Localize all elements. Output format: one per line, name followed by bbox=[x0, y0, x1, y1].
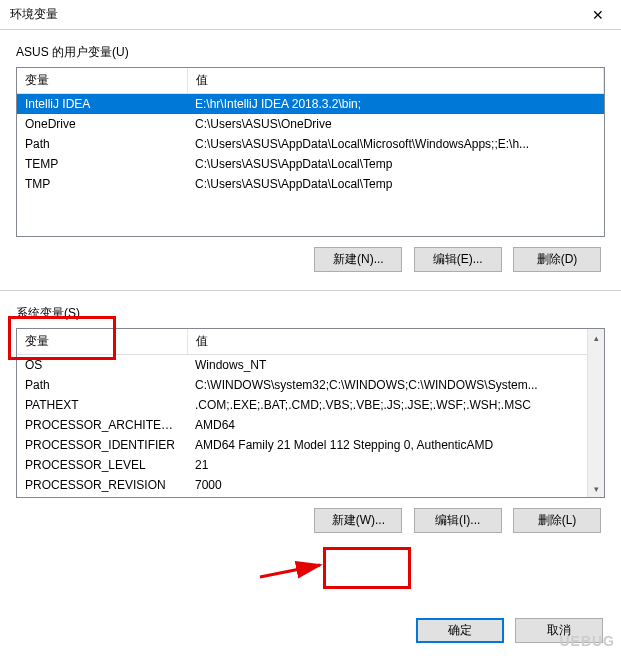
user-edit-button[interactable]: 编辑(E)... bbox=[414, 247, 502, 272]
user-new-button[interactable]: 新建(N)... bbox=[314, 247, 402, 272]
scroll-down-icon[interactable]: ▾ bbox=[588, 480, 604, 497]
annotation-highlight bbox=[8, 316, 116, 360]
table-row[interactable]: PROCESSOR_REVISION 7000 bbox=[17, 475, 604, 495]
table-row[interactable]: Path C:\WINDOWS\system32;C:\WINDOWS;C:\W… bbox=[17, 375, 604, 395]
table-row[interactable]: PROCESSOR_IDENTIFIER AMD64 Family 21 Mod… bbox=[17, 435, 604, 455]
cell-var: PROCESSOR_LEVEL bbox=[17, 455, 187, 475]
table-row[interactable]: TEMP C:\Users\ASUS\AppData\Local\Temp bbox=[17, 154, 604, 174]
svg-line-0 bbox=[260, 565, 320, 577]
cell-val: C:\Users\ASUS\AppData\Local\Temp bbox=[187, 154, 604, 174]
cell-var: PROCESSOR_REVISION bbox=[17, 475, 187, 495]
user-variables-table[interactable]: 变量 值 IntelliJ IDEA E:\hr\IntelliJ IDEA 2… bbox=[16, 67, 605, 237]
system-new-button[interactable]: 新建(W)... bbox=[314, 508, 402, 533]
cancel-button[interactable]: 取消 bbox=[515, 618, 603, 643]
close-icon: ✕ bbox=[592, 7, 604, 23]
cell-val: AMD64 bbox=[187, 415, 604, 435]
system-delete-button[interactable]: 删除(L) bbox=[513, 508, 601, 533]
cell-val: E:\hr\IntelliJ IDEA 2018.3.2\bin; bbox=[187, 94, 604, 115]
cell-val: 21 bbox=[187, 455, 604, 475]
col-value[interactable]: 值 bbox=[187, 329, 604, 355]
annotation-highlight bbox=[323, 547, 411, 589]
table-row[interactable]: IntelliJ IDEA E:\hr\IntelliJ IDEA 2018.3… bbox=[17, 94, 604, 115]
user-variables-section: ASUS 的用户变量(U) 变量 值 IntelliJ IDEA E:\hr\I… bbox=[16, 44, 605, 272]
table-row[interactable]: OneDrive C:\Users\ASUS\OneDrive bbox=[17, 114, 604, 134]
cell-var: TMP bbox=[17, 174, 187, 194]
table-row[interactable]: PROCESSOR_LEVEL 21 bbox=[17, 455, 604, 475]
cell-val: AMD64 Family 21 Model 112 Stepping 0, Au… bbox=[187, 435, 604, 455]
table-row[interactable]: PATHEXT .COM;.EXE;.BAT;.CMD;.VBS;.VBE;.J… bbox=[17, 395, 604, 415]
cell-val: .COM;.EXE;.BAT;.CMD;.VBS;.VBE;.JS;.JSE;.… bbox=[187, 395, 604, 415]
ok-button[interactable]: 确定 bbox=[416, 618, 504, 643]
cell-var: PROCESSOR_IDENTIFIER bbox=[17, 435, 187, 455]
cell-val: C:\WINDOWS\system32;C:\WINDOWS;C:\WINDOW… bbox=[187, 375, 604, 395]
cell-val: Windows_NT bbox=[187, 355, 604, 376]
dialog-buttons: 确定 取消 bbox=[408, 618, 603, 643]
cell-val: 7000 bbox=[187, 475, 604, 495]
system-edit-button[interactable]: 编辑(I)... bbox=[414, 508, 502, 533]
cell-val: C:\Users\ASUS\OneDrive bbox=[187, 114, 604, 134]
cell-var: Path bbox=[17, 134, 187, 154]
table-row[interactable]: Path C:\Users\ASUS\AppData\Local\Microso… bbox=[17, 134, 604, 154]
cell-val: C:\Users\ASUS\AppData\Local\Microsoft\Wi… bbox=[187, 134, 604, 154]
window-title: 环境变量 bbox=[10, 6, 58, 23]
cell-var: TEMP bbox=[17, 154, 187, 174]
col-variable[interactable]: 变量 bbox=[17, 68, 187, 94]
table-row[interactable]: PROCESSOR_ARCHITECT... AMD64 bbox=[17, 415, 604, 435]
cell-var: PATHEXT bbox=[17, 395, 187, 415]
cell-var: Path bbox=[17, 375, 187, 395]
user-delete-button[interactable]: 删除(D) bbox=[513, 247, 601, 272]
scrollbar[interactable]: ▴ ▾ bbox=[587, 329, 604, 497]
close-button[interactable]: ✕ bbox=[575, 0, 621, 30]
divider bbox=[0, 290, 621, 291]
table-row[interactable]: TMP C:\Users\ASUS\AppData\Local\Temp bbox=[17, 174, 604, 194]
titlebar: 环境变量 ✕ bbox=[0, 0, 621, 30]
cell-var: PROCESSOR_ARCHITECT... bbox=[17, 415, 187, 435]
cell-val: C:\Users\ASUS\AppData\Local\Temp bbox=[187, 174, 604, 194]
cell-var: OneDrive bbox=[17, 114, 187, 134]
user-section-label: ASUS 的用户变量(U) bbox=[16, 44, 605, 61]
col-value[interactable]: 值 bbox=[187, 68, 604, 94]
scroll-up-icon[interactable]: ▴ bbox=[588, 329, 604, 346]
cell-var: IntelliJ IDEA bbox=[17, 94, 187, 115]
